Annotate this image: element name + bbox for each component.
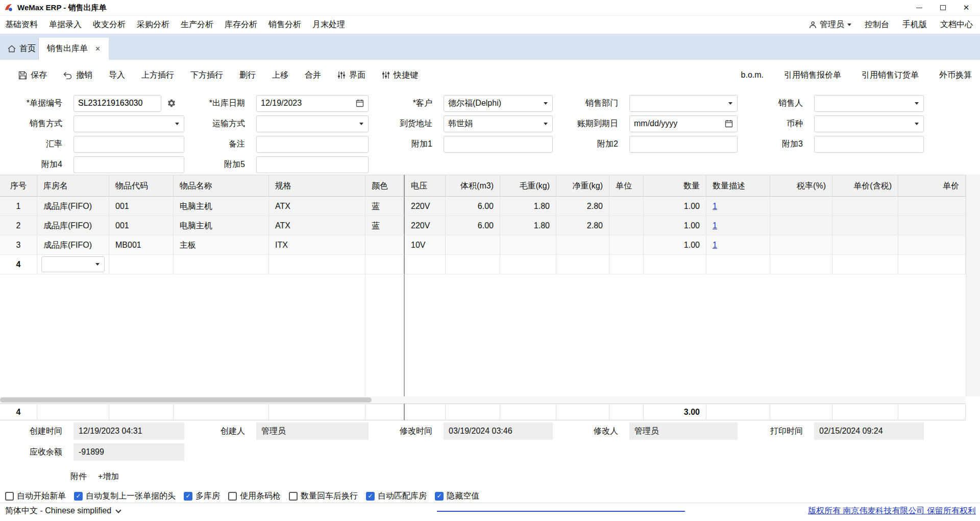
cell[interactable] [446,235,500,255]
insert-row-below-button[interactable]: 下方插行 [190,70,223,81]
cell[interactable]: 1 [0,197,37,216]
cell[interactable] [898,235,966,255]
vertical-scrollbar[interactable] [966,175,980,396]
bom-button[interactable]: b.o.m. [741,70,764,80]
checkbox[interactable]: ✓ [5,492,14,501]
copyright-link[interactable]: 版权所有 南京伟麦科技有限公司 保留所有权利 [808,506,976,516]
cell[interactable] [898,197,966,216]
cell[interactable] [770,235,832,255]
cell[interactable] [405,255,446,274]
cell[interactable] [556,235,609,255]
horizontal-scrollbar-thumb[interactable] [0,397,372,402]
out-date-input[interactable]: 12/19/2023 [256,95,369,112]
qty-desc-link[interactable]: 1 [706,197,770,216]
calendar-icon[interactable] [725,120,733,128]
cell[interactable] [109,255,174,274]
qty-desc-link[interactable]: 1 [706,235,770,255]
import-button[interactable]: 导入 [109,70,125,81]
merge-button[interactable]: 合并 [305,70,321,81]
seller-select[interactable] [814,95,924,112]
ui-settings-button[interactable]: 界面 [337,70,365,81]
cell[interactable]: ATX [269,197,365,216]
cell[interactable]: 1.80 [500,197,556,216]
insert-row-above-button[interactable]: 上方插行 [141,70,174,81]
cell[interactable] [832,255,898,274]
tab-close-icon[interactable]: ✕ [95,45,101,53]
extra2-input[interactable] [629,136,738,153]
checkbox[interactable]: ✓ [366,492,375,501]
menu-item-inventory-analysis[interactable]: 库存分析 [225,19,257,30]
cell[interactable]: 成品库(FIFO) [37,197,109,216]
cell[interactable] [556,255,609,274]
cell[interactable]: 10V [405,235,446,255]
customer-select[interactable]: 德尔福(Delphi) [444,95,553,112]
cell[interactable] [832,197,898,216]
menu-item-purchase-analysis[interactable]: 采购分析 [137,19,169,30]
menu-item-sales-analysis[interactable]: 销售分析 [268,19,301,30]
cell[interactable] [609,197,644,216]
cell[interactable] [898,216,966,235]
checkbox[interactable]: ✓ [228,492,237,501]
cell[interactable]: 成品库(FIFO) [37,235,109,255]
cell[interactable]: 1.00 [644,235,706,255]
cell[interactable]: 001 [109,197,174,216]
currency-select[interactable] [814,115,924,132]
sale-mode-select[interactable] [74,115,184,132]
cell[interactable]: 电脑主机 [174,197,269,216]
cell[interactable] [365,235,405,255]
save-button[interactable]: 保存 [18,70,47,81]
cell[interactable]: 2.80 [556,197,609,216]
cell[interactable]: 主板 [174,235,269,255]
cell[interactable]: ATX [269,216,365,235]
ref-sales-quote-button[interactable]: 引用销售报价单 [784,70,841,81]
cell[interactable]: 1.00 [644,197,706,216]
cell[interactable]: MB001 [109,235,174,255]
cell[interactable] [269,255,365,274]
cell[interactable] [174,255,269,274]
close-button[interactable]: ✕ [954,0,978,15]
menu-item-basic-data[interactable]: 基础资料 [5,19,38,30]
cell[interactable] [706,255,770,274]
cell[interactable] [832,235,898,255]
checkbox[interactable]: ✓ [74,492,83,501]
move-up-button[interactable]: 上移 [272,70,288,81]
checkbox[interactable]: ✓ [184,492,192,501]
cell[interactable] [500,255,556,274]
cell[interactable] [609,255,644,274]
qty-desc-link[interactable]: 1 [706,216,770,235]
undo-button[interactable]: 撤销 [63,70,92,81]
add-attachment-button[interactable]: +增加 [98,471,119,482]
cell[interactable]: 蓝 [365,216,405,235]
dept-select[interactable] [629,95,738,112]
cell[interactable] [770,216,832,235]
cell[interactable] [500,235,556,255]
cell[interactable] [609,216,644,235]
console-link[interactable]: 控制台 [865,19,889,30]
extra1-input[interactable] [444,136,553,153]
cell[interactable]: 6.00 [446,216,500,235]
menu-item-doc-entry[interactable]: 单据录入 [49,19,82,30]
remark-input[interactable] [256,136,369,153]
new-row-warehouse-select[interactable] [41,256,105,272]
tab-sales-outbound[interactable]: 销售出库单 ✕ [39,38,109,60]
menu-item-production-analysis[interactable]: 生产分析 [181,19,213,30]
checkbox[interactable]: ✓ [289,492,298,501]
due-date-input[interactable]: mm/dd/yyyy [629,115,738,132]
cell[interactable] [644,255,706,274]
delete-row-button[interactable]: 删行 [239,70,256,81]
cell[interactable] [365,255,405,274]
cell[interactable] [609,235,644,255]
user-menu[interactable]: 管理员 [809,19,851,30]
cell[interactable] [832,216,898,235]
cell[interactable] [898,255,966,274]
cell[interactable]: 220V [405,197,446,216]
menu-item-month-end[interactable]: 月末处理 [312,19,345,30]
ref-sales-order-button[interactable]: 引用销售订货单 [862,70,919,81]
cell[interactable]: 2 [0,216,37,235]
cell[interactable]: 220V [405,216,446,235]
language-select[interactable]: 简体中文 - Chinese simplified [5,506,120,516]
extra4-input[interactable] [74,156,184,173]
cell[interactable]: 1.00 [644,216,706,235]
fx-convert-button[interactable]: 外币换算 [939,70,972,81]
maximize-button[interactable] [931,0,954,15]
